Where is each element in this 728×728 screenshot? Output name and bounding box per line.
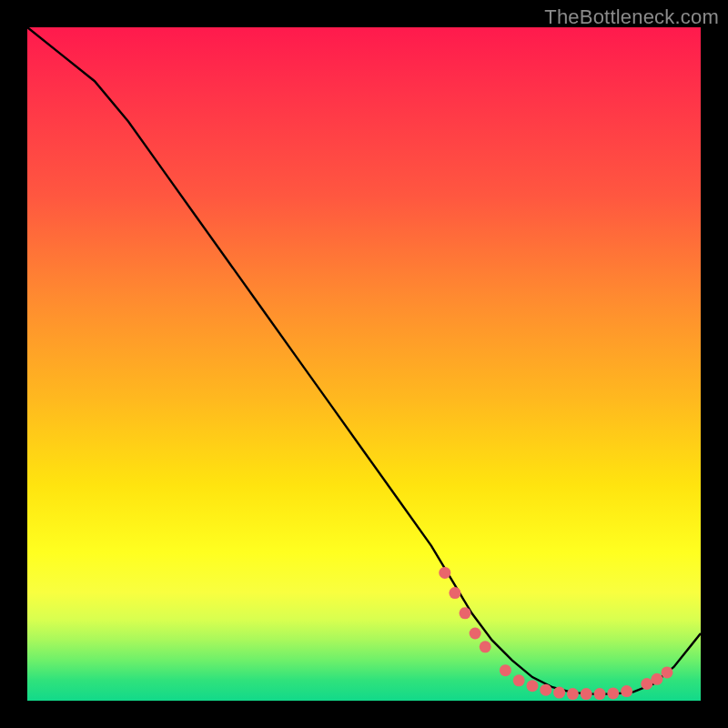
marker-dot <box>513 674 525 686</box>
marker-dot <box>460 607 471 619</box>
plot-area <box>27 27 701 701</box>
marker-dot <box>449 587 460 599</box>
marker-dot <box>662 666 673 678</box>
marker-dot <box>621 685 632 697</box>
curve-markers <box>439 567 672 700</box>
marker-dot <box>581 688 592 700</box>
marker-dot <box>553 687 565 699</box>
marker-dot <box>607 687 619 699</box>
marker-dot <box>439 567 450 579</box>
marker-dot <box>540 684 551 696</box>
marker-dot <box>641 678 652 690</box>
marker-dot <box>594 688 606 700</box>
marker-dot <box>470 628 481 640</box>
marker-dot <box>651 673 662 685</box>
watermark-text: TheBottleneck.com <box>544 5 719 29</box>
chart-frame: TheBottleneck.com <box>0 0 728 728</box>
marker-dot <box>500 664 511 676</box>
curve-line <box>27 27 701 694</box>
marker-dot <box>480 641 491 652</box>
marker-dot <box>567 688 579 700</box>
bottleneck-curve <box>27 27 701 701</box>
marker-dot <box>527 680 539 692</box>
